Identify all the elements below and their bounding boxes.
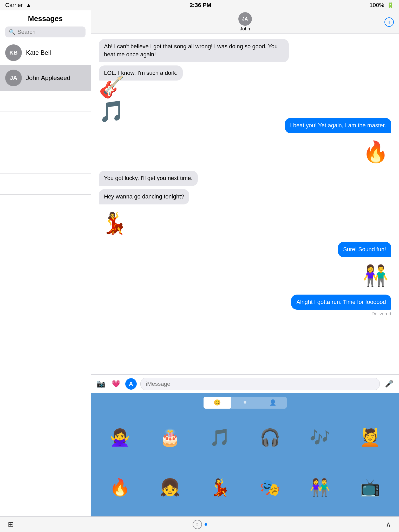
- sticker-cell-11[interactable]: 👫: [296, 464, 344, 511]
- camera-icon[interactable]: 📷: [95, 378, 107, 390]
- grid-icon[interactable]: ⊞: [8, 520, 14, 529]
- contact-item-empty-6: [0, 195, 91, 215]
- message-2: LOL. I know. I'm such a dork.: [99, 65, 391, 81]
- sticker-couple-dancing: 👫: [360, 260, 391, 291]
- contact-item-empty-1: [0, 91, 91, 111]
- sidebar-header: Messages 🔍: [0, 10, 91, 40]
- sticker-tab-bar: 😊 ♥ 👤: [204, 397, 287, 409]
- contact-item-empty-3: [0, 132, 91, 153]
- contact-item-empty-7: [0, 215, 91, 236]
- search-bar[interactable]: 🔍: [5, 26, 86, 37]
- input-bar: 📷 💗 A 🎤: [91, 374, 399, 393]
- status-bar-time: 2:36 PM: [190, 2, 211, 9]
- chat-header: JA John i: [91, 10, 399, 34]
- sticker-cell-10[interactable]: 🎭: [246, 464, 294, 511]
- message-11: Alright I gotta run. Time for foooood: [99, 295, 391, 310]
- search-icon: 🔍: [9, 29, 15, 35]
- sticker-cell-4[interactable]: 🎧: [246, 414, 294, 461]
- sticker-cell-2[interactable]: 🎂: [146, 414, 194, 461]
- page-dot-active: [205, 523, 207, 526]
- sidebar-title: Messages: [5, 15, 86, 23]
- chevron-up-icon[interactable]: ∧: [386, 520, 391, 529]
- battery-icon: 🔋: [387, 2, 394, 9]
- sticker-cell-1[interactable]: 🙅‍♀️: [96, 414, 144, 461]
- message-input[interactable]: [140, 378, 380, 390]
- sticker-grid: 🙅‍♀️ 🎂 🎵 🎧 🎶 💆 🔥 👧 💃 🎭 👫 📺: [91, 411, 399, 516]
- messages-area: Ah! i can't believe I got that song all …: [91, 34, 399, 374]
- sticker-cell-8[interactable]: 👧: [146, 464, 194, 511]
- chat-contact-name: John: [240, 26, 250, 32]
- sidebar: Messages 🔍 KB Kate Bell JA John Applesee…: [0, 10, 91, 516]
- status-bar-left: Carrier ▲: [5, 2, 31, 9]
- sticker-cell-5[interactable]: 🎶: [296, 414, 344, 461]
- sticker-tab-emoji[interactable]: 😊: [204, 397, 231, 409]
- sticker-cell-12[interactable]: 📺: [346, 464, 394, 511]
- sticker-panel: 😊 ♥ 👤 🙅‍♀️ 🎂 🎵 🎧 🎶 💆 🔥 👧 💃 🎭 👫 📺: [91, 393, 399, 516]
- sticker-tabs: 😊 ♥ 👤: [91, 393, 399, 411]
- contact-item-kate-bell[interactable]: KB Kate Bell: [0, 40, 91, 65]
- bubble-11: Alright I gotta run. Time for foooood: [291, 295, 391, 310]
- bubble-9: Sure! Sound fun!: [338, 242, 391, 257]
- sticker-3: 🎸🎵: [99, 84, 391, 115]
- bubble-6: You got lucky. I'll get you next time.: [99, 171, 198, 186]
- bottom-bar: ⊞ ○ ∧: [0, 516, 399, 532]
- status-bar-right: 100% 🔋: [370, 2, 394, 9]
- delivered-label: Delivered: [99, 311, 391, 317]
- contact-item-empty-2: [0, 111, 91, 132]
- status-bar: Carrier ▲ 2:36 PM 100% 🔋: [0, 0, 399, 10]
- message-9: Sure! Sound fun!: [99, 242, 391, 257]
- contact-name-kate-bell: Kate Bell: [26, 49, 51, 56]
- contact-item-empty-4: [0, 153, 91, 174]
- message-4: I beat you! Yet again, I am the master.: [99, 118, 391, 133]
- page-dot-circle: ○: [193, 520, 202, 529]
- avatar-john-appleseed: JA: [5, 70, 22, 86]
- contact-name-john-appleseed: John Appleseed: [26, 74, 70, 82]
- battery-label: 100%: [370, 2, 384, 9]
- main-layout: Messages 🔍 KB Kate Bell JA John Applesee…: [0, 10, 399, 516]
- chat-header-info: JA John: [238, 12, 252, 32]
- sticker-musician: 🎸🎵: [99, 84, 130, 115]
- chat-panel: JA John i Ah! i can't believe I got that…: [91, 10, 399, 516]
- carrier-label: Carrier: [5, 2, 23, 9]
- chat-info-icon[interactable]: i: [384, 17, 394, 27]
- contact-item-john-appleseed[interactable]: JA John Appleseed: [0, 65, 91, 91]
- sticker-tab-person[interactable]: 👤: [259, 397, 287, 409]
- app-store-icon[interactable]: A: [125, 378, 137, 390]
- chat-avatar: JA: [238, 12, 252, 26]
- microphone-icon[interactable]: 🎤: [383, 378, 395, 390]
- contact-item-empty-5: [0, 174, 91, 195]
- sticker-cell-6[interactable]: 💆: [346, 414, 394, 461]
- bubble-7: Hey wanna go dancing tonight?: [99, 189, 189, 204]
- sticker-10: 👫: [99, 260, 391, 291]
- search-input[interactable]: [17, 29, 82, 35]
- message-1: Ah! i can't believe I got that song all …: [99, 39, 391, 62]
- message-6: You got lucky. I'll get you next time.: [99, 171, 391, 186]
- sticker-5: 🔥: [99, 136, 391, 168]
- avatar-kate-bell: KB: [5, 44, 22, 61]
- sticker-8: 💃: [99, 208, 391, 239]
- bubble-4: I beat you! Yet again, I am the master.: [285, 118, 391, 133]
- sticker-cell-9[interactable]: 💃: [196, 464, 244, 511]
- sticker-fire: 🔥: [360, 136, 391, 168]
- sticker-dancer: 💃: [99, 208, 130, 239]
- sticker-cell-3[interactable]: 🎵: [196, 414, 244, 461]
- wifi-icon: ▲: [26, 2, 31, 9]
- heartbeat-icon[interactable]: 💗: [110, 378, 122, 390]
- bubble-1: Ah! i can't believe I got that song all …: [99, 39, 289, 62]
- sticker-tab-heart[interactable]: ♥: [231, 397, 259, 409]
- sticker-cell-7[interactable]: 🔥: [96, 464, 144, 511]
- message-7: Hey wanna go dancing tonight?: [99, 189, 391, 204]
- page-dots: ○: [193, 520, 207, 529]
- contact-list: KB Kate Bell JA John Appleseed: [0, 40, 91, 516]
